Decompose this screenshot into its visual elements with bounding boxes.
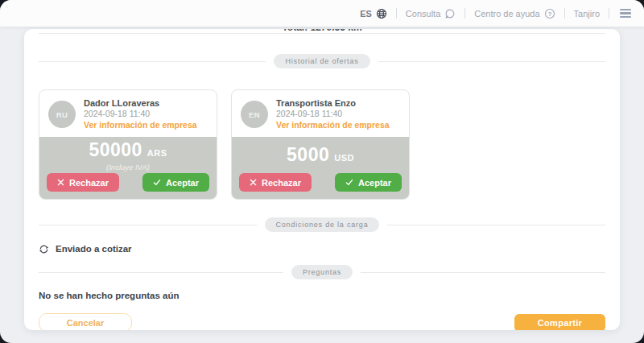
offer-card: RU Dador LLoraveras 2024-09-18 11:40 Ver…: [39, 89, 217, 200]
offer-actions: Rechazar Aceptar: [232, 173, 409, 199]
company-info-link[interactable]: Ver información de empresa: [276, 119, 390, 130]
user-menu[interactable]: Tanjiro: [574, 9, 600, 19]
offer-header: EN Transportista Enzo 2024-09-18 11:40 V…: [232, 90, 409, 137]
offer-datetime: 2024-09-18 11:40: [276, 109, 390, 119]
offer-price-panel: 5000 USD Rechazar Aceptar: [232, 137, 409, 199]
offer-actions: Rechazar Aceptar: [39, 173, 217, 199]
offers-section-divider: Historial de ofertas: [39, 54, 605, 68]
avatar: RU: [48, 101, 76, 128]
chat-bubble-icon: [444, 8, 456, 19]
cancel-button[interactable]: Cancelar: [39, 313, 132, 330]
offer-price-panel: 50000 ARS (Incluye IVA) Rechazar Aceptar: [39, 137, 217, 199]
offers-list: RU Dador LLoraveras 2024-09-18 11:40 Ver…: [39, 89, 605, 200]
x-icon: [57, 179, 64, 186]
offer-company-name: Dador LLoraveras: [84, 97, 197, 109]
shipment-detail-card: Total: 1279.55 km Historial de ofertas R…: [24, 29, 620, 330]
accept-offer-button[interactable]: Aceptar: [142, 173, 209, 192]
help-center-label: Centro de ayuda: [474, 9, 539, 19]
offer-amount: 5000: [287, 144, 329, 166]
topbar-separator: [464, 8, 465, 19]
reject-offer-button[interactable]: Rechazar: [47, 173, 119, 192]
offer-header: RU Dador LLoraveras 2024-09-18 11:40 Ver…: [39, 90, 217, 137]
offer-amount: 50000: [89, 139, 142, 161]
consulta-menu-item[interactable]: Consulta: [406, 8, 456, 19]
card-actions: Cancelar Compartir: [39, 313, 605, 330]
quote-status: Enviado a cotizar: [39, 242, 605, 255]
offer-currency: ARS: [147, 148, 167, 158]
reject-offer-button[interactable]: Rechazar: [239, 173, 312, 192]
topbar-separator: [609, 8, 609, 19]
x-icon: [250, 179, 257, 186]
tax-note: (Incluye IVA): [106, 163, 150, 172]
hamburger-menu-icon[interactable]: [618, 7, 633, 20]
top-navigation-bar: ES Consulta Centro de ayuda: [0, 0, 644, 27]
offer-card: EN Transportista Enzo 2024-09-18 11:40 V…: [231, 89, 410, 200]
accept-offer-button[interactable]: Aceptar: [335, 173, 402, 192]
offer-company-name: Transportista Enzo: [276, 97, 390, 109]
user-name: Tanjiro: [574, 9, 600, 19]
topbar-separator: [396, 8, 397, 19]
svg-text:?: ?: [547, 10, 551, 17]
share-button[interactable]: Compartir: [514, 314, 605, 331]
offer-currency: USD: [334, 153, 354, 163]
conditions-section-divider: Condiciones de la carga: [39, 217, 605, 232]
check-icon: [153, 179, 161, 186]
no-questions-message: No se han hecho preguntas aún: [39, 291, 605, 300]
price-zone: 5000 USD: [232, 137, 409, 173]
price-zone: 50000 ARS (Incluye IVA): [39, 137, 217, 173]
offer-datetime: 2024-09-18 11:40: [84, 109, 197, 119]
conditions-section-title: Condiciones de la carga: [265, 217, 380, 232]
questions-section-title: Preguntas: [291, 265, 353, 279]
reject-label: Rechazar: [69, 178, 109, 188]
quote-status-label: Enviado a cotizar: [56, 244, 132, 254]
help-center-menu-item[interactable]: Centro de ayuda ?: [474, 8, 555, 19]
reject-label: Rechazar: [262, 178, 301, 188]
accept-label: Aceptar: [358, 178, 391, 188]
offers-section-title: Historial de ofertas: [274, 54, 369, 68]
accept-label: Aceptar: [166, 178, 199, 188]
language-label: ES: [360, 9, 372, 19]
divider: [39, 33, 605, 34]
consulta-label: Consulta: [406, 9, 440, 19]
questions-section-divider: Preguntas: [39, 265, 605, 279]
check-icon: [345, 179, 353, 186]
question-circle-icon: ?: [544, 8, 555, 19]
language-selector[interactable]: ES: [360, 8, 387, 19]
sync-icon: [39, 244, 49, 254]
globe-icon: [376, 8, 387, 19]
app-window: ES Consulta Centro de ayuda: [0, 0, 644, 343]
avatar: EN: [241, 101, 268, 128]
company-info-link[interactable]: Ver información de empresa: [84, 119, 197, 130]
topbar-separator: [564, 8, 565, 19]
